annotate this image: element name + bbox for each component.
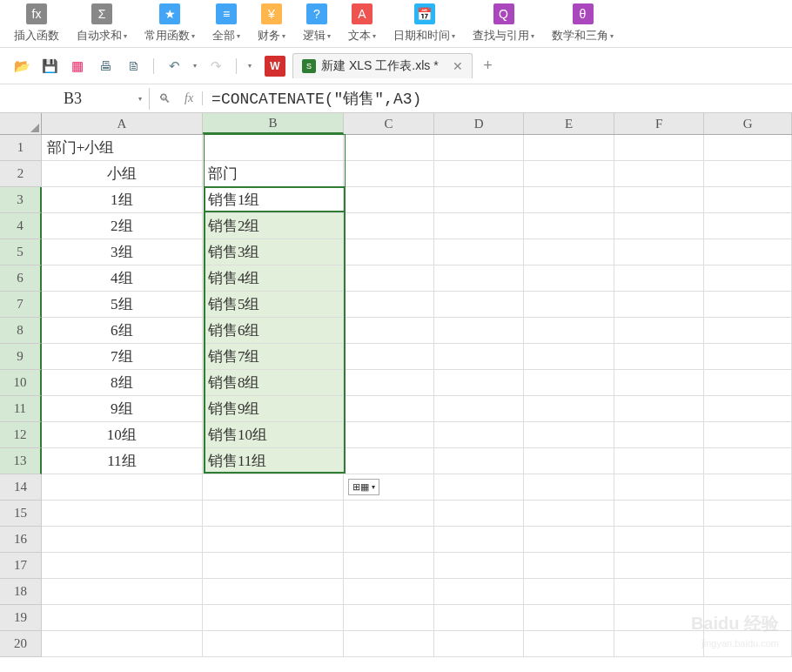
row-header-10[interactable]: 10 [0, 370, 42, 396]
ribbon-item-8[interactable]: Q 查找与引用▾ [467, 2, 540, 45]
cell-B10[interactable]: 销售8组 [203, 370, 344, 396]
print-icon[interactable]: 🖶 [95, 56, 116, 77]
cell-G3[interactable] [704, 187, 792, 213]
cell-E3[interactable] [524, 187, 614, 213]
cell-D6[interactable] [434, 265, 525, 292]
redo-icon[interactable]: ↷ [205, 56, 226, 77]
cell-D4[interactable] [434, 213, 525, 239]
cell-A7[interactable]: 5组 [42, 292, 203, 318]
cell-F9[interactable] [614, 344, 705, 370]
cell-E6[interactable] [524, 265, 614, 292]
open-icon[interactable]: 📂 [11, 56, 32, 77]
col-header-B[interactable]: B [203, 113, 344, 134]
cell-G12[interactable] [704, 422, 792, 448]
cell-F15[interactable] [614, 501, 705, 527]
cell-C1[interactable] [344, 135, 434, 161]
cell-E8[interactable] [524, 318, 614, 344]
cell-E15[interactable] [524, 501, 614, 527]
cell-C19[interactable] [344, 605, 434, 631]
cell-F7[interactable] [614, 292, 705, 318]
ribbon-item-4[interactable]: ¥ 财务▾ [252, 2, 291, 45]
cell-C20[interactable] [344, 631, 434, 657]
col-header-C[interactable]: C [344, 113, 434, 134]
cell-F3[interactable] [614, 187, 705, 213]
row-header-17[interactable]: 17 [0, 553, 42, 579]
row-header-6[interactable]: 6 [0, 265, 42, 292]
cell-C18[interactable] [344, 579, 434, 605]
cell-G13[interactable] [704, 448, 792, 474]
cell-B8[interactable]: 销售6组 [203, 318, 344, 344]
select-all-corner[interactable] [0, 113, 42, 134]
cell-A1[interactable]: 部门+小组 [42, 135, 203, 161]
cell-C2[interactable] [344, 161, 434, 187]
col-header-F[interactable]: F [614, 113, 705, 134]
cell-C7[interactable] [344, 292, 434, 318]
cell-C13[interactable] [344, 448, 434, 474]
cell-D11[interactable] [434, 396, 525, 422]
cell-D15[interactable] [434, 501, 525, 527]
cell-A15[interactable] [42, 501, 203, 527]
cell-B5[interactable]: 销售3组 [203, 239, 344, 265]
cell-G4[interactable] [704, 213, 792, 239]
close-tab-icon[interactable]: ✕ [453, 59, 463, 73]
cell-F1[interactable] [614, 135, 705, 161]
ribbon-item-1[interactable]: Σ 自动求和▾ [71, 2, 132, 45]
row-header-4[interactable]: 4 [0, 213, 42, 239]
cell-D17[interactable] [434, 553, 525, 579]
row-header-20[interactable]: 20 [0, 631, 42, 657]
cell-F10[interactable] [614, 370, 705, 396]
cell-D2[interactable] [434, 161, 525, 187]
ribbon-item-6[interactable]: A 文本▾ [343, 2, 381, 45]
row-header-16[interactable]: 16 [0, 527, 42, 553]
col-header-A[interactable]: A [42, 113, 203, 134]
cell-F8[interactable] [614, 318, 705, 344]
cell-G11[interactable] [704, 396, 792, 422]
cell-B1[interactable] [203, 135, 344, 161]
undo-icon[interactable]: ↶ [164, 56, 185, 77]
row-header-15[interactable]: 15 [0, 501, 42, 527]
cell-G18[interactable] [704, 579, 792, 605]
cell-D13[interactable] [434, 448, 525, 474]
cell-A2[interactable]: 小组 [42, 161, 203, 187]
row-header-1[interactable]: 1 [0, 135, 42, 161]
cell-E1[interactable] [524, 135, 614, 161]
cell-F16[interactable] [614, 527, 705, 553]
cell-E5[interactable] [524, 239, 614, 265]
cell-B9[interactable]: 销售7组 [203, 344, 344, 370]
row-header-11[interactable]: 11 [0, 396, 42, 422]
cell-F19[interactable] [614, 605, 705, 631]
cell-F13[interactable] [614, 448, 705, 474]
cell-E14[interactable] [524, 474, 614, 501]
ribbon-item-0[interactable]: fx 插入函数 [9, 2, 64, 45]
ribbon-item-7[interactable]: 📅 日期和时间▾ [388, 2, 460, 45]
cell-G17[interactable] [704, 553, 792, 579]
cell-E18[interactable] [524, 579, 614, 605]
cell-E7[interactable] [524, 292, 614, 318]
cell-D16[interactable] [434, 527, 525, 553]
row-header-14[interactable]: 14 [0, 474, 42, 501]
cell-C16[interactable] [344, 527, 434, 553]
undo-dropdown[interactable]: ▾ [189, 62, 201, 70]
cell-B13[interactable]: 销售11组 [203, 448, 344, 474]
cell-D3[interactable] [434, 187, 525, 213]
cell-B20[interactable] [203, 631, 344, 657]
cell-A5[interactable]: 3组 [42, 239, 203, 265]
file-tab[interactable]: S 新建 XLS 工作表.xls * ✕ [292, 53, 473, 78]
cell-F6[interactable] [614, 265, 705, 292]
cell-C6[interactable] [344, 265, 434, 292]
cell-A18[interactable] [42, 579, 203, 605]
cell-F17[interactable] [614, 553, 705, 579]
cell-G6[interactable] [704, 265, 792, 292]
cell-G5[interactable] [704, 239, 792, 265]
cell-F4[interactable] [614, 213, 705, 239]
cell-E19[interactable] [524, 605, 614, 631]
cell-A14[interactable] [42, 474, 203, 501]
cell-D5[interactable] [434, 239, 525, 265]
cell-D19[interactable] [434, 605, 525, 631]
row-header-7[interactable]: 7 [0, 292, 42, 318]
cell-C15[interactable] [344, 501, 434, 527]
cell-D12[interactable] [434, 422, 525, 448]
cell-D20[interactable] [434, 631, 525, 657]
ribbon-item-3[interactable]: ≡ 全部▾ [207, 2, 245, 45]
cell-B18[interactable] [203, 579, 344, 605]
